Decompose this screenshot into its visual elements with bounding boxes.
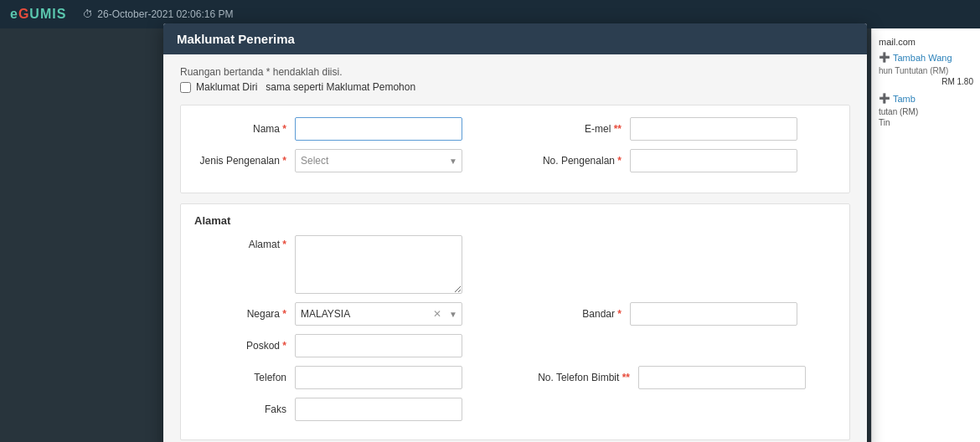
poskod-req: * [282, 340, 286, 352]
alamat-req: * [282, 239, 286, 250]
no-telefon-bimbit-input[interactable] [638, 366, 806, 389]
group-emel: E-mel ** [529, 117, 836, 141]
group-no-telefon-bimbit: No. Telefon Bimbit ** [529, 366, 836, 389]
right-panel-tambah2-link[interactable]: ➕ Tamb [879, 93, 973, 104]
right-panel-amount1: RM 1.80 [879, 77, 973, 86]
clock-icon: ⏱ [83, 8, 93, 20]
telefon-label: Telefon [194, 372, 286, 383]
bandar-label: Bandar * [529, 308, 622, 320]
right-panel-col-header1: hun Tuntutan (RM) [879, 66, 973, 75]
negara-clear-btn[interactable]: ✕ [430, 308, 445, 320]
jenis-req: * [282, 155, 286, 167]
checkbox-row: Maklumat Diri sama seperti Maklumat Pemo… [180, 81, 850, 93]
row-faks: Faks [194, 398, 836, 421]
group-faks: Faks [194, 398, 513, 421]
row-nama-emel: Nama * E-mel ** [194, 117, 836, 141]
modal-maklumat-penerima: Maklumat Penerima Ruangan bertanda * hen… [163, 23, 867, 442]
alamat-section: Alamat Alamat * Negara * [180, 203, 850, 440]
group-no-pengenalan: No. Pengenalan * [529, 149, 836, 172]
no-telefon-req: ** [622, 372, 630, 383]
group-negara: Negara * MALAYSIA ✕ ▼ [194, 302, 513, 326]
negara-arrow: ▼ [445, 310, 462, 319]
emel-req: ** [614, 123, 622, 135]
negara-value: MALAYSIA [296, 308, 430, 320]
right-panel: mail.com ➕ Tambah Wang hun Tuntutan (RM)… [871, 28, 980, 442]
alamat-textarea[interactable] [295, 235, 462, 294]
jenis-label: Jenis Pengenalan * [194, 155, 286, 167]
modal-header: Maklumat Penerima [163, 23, 867, 54]
required-note: Ruangan bertanda * hendaklah diisi. [180, 66, 850, 78]
faks-input[interactable] [295, 398, 462, 421]
alamat-title: Alamat [194, 214, 836, 227]
negara-label: Negara * [194, 308, 286, 320]
jenis-select-wrapper: Select ▼ [295, 149, 462, 172]
faks-label: Faks [194, 403, 286, 415]
right-panel-tambah-link[interactable]: ➕ Tambah Wang [879, 52, 973, 63]
row-poskod: Poskod * [194, 334, 836, 357]
right-panel-col-header3: Tin [879, 118, 973, 127]
checkbox-label: Maklumat Diri sama seperti Maklumat Pemo… [196, 81, 415, 93]
modal-title: Maklumat Penerima [177, 32, 295, 46]
no-pengenalan-label: No. Pengenalan * [529, 155, 622, 167]
no-telefon-label: No. Telefon Bimbit ** [529, 372, 630, 383]
group-alamat: Alamat * [194, 235, 513, 294]
jenis-select[interactable]: Select [295, 149, 462, 172]
modal-body: Ruangan bertanda * hendaklah diisi. Makl… [163, 54, 867, 442]
poskod-label: Poskod * [194, 340, 286, 352]
plus-icon: ➕ [879, 52, 890, 63]
plus-icon-2: ➕ [879, 93, 890, 104]
nama-label: Nama * [194, 123, 286, 135]
group-nama: Nama * [194, 117, 513, 141]
personal-info-section: Nama * E-mel ** Jenis Pengen [180, 105, 850, 193]
row-negara-bandar: Negara * MALAYSIA ✕ ▼ Bandar * [194, 302, 836, 326]
right-panel-col-header2: tutan (RM) [879, 107, 973, 116]
nama-req: * [282, 123, 286, 135]
group-poskod: Poskod * [194, 334, 513, 357]
group-telefon: Telefon [194, 366, 513, 389]
bandar-input[interactable] [630, 302, 797, 326]
group-jenis-pengenalan: Jenis Pengenalan * Select ▼ [194, 149, 513, 172]
row-alamat: Alamat * [194, 235, 836, 294]
bandar-req: * [617, 308, 622, 320]
same-info-checkbox[interactable] [180, 82, 191, 93]
emel-label: E-mel ** [529, 123, 622, 135]
row-telefon: Telefon No. Telefon Bimbit ** [194, 366, 836, 389]
telefon-input[interactable] [295, 366, 462, 389]
no-pengenalan-input[interactable] [630, 149, 797, 172]
app-logo: eGUMIS [10, 7, 66, 22]
topbar-datetime: ⏱ 26-October-2021 02:06:16 PM [83, 8, 233, 20]
group-bandar: Bandar * [529, 302, 836, 326]
no-pengenalan-req: * [617, 155, 622, 167]
emel-input[interactable] [630, 117, 797, 141]
alamat-label: Alamat * [194, 235, 286, 250]
negara-select-wrapper: MALAYSIA ✕ ▼ [295, 302, 462, 326]
right-panel-email: mail.com [879, 37, 973, 47]
negara-req: * [282, 308, 286, 320]
poskod-input[interactable] [295, 334, 462, 357]
row-jenis-nopen: Jenis Pengenalan * Select ▼ No. Pengenal… [194, 149, 836, 172]
nama-input[interactable] [295, 117, 462, 141]
